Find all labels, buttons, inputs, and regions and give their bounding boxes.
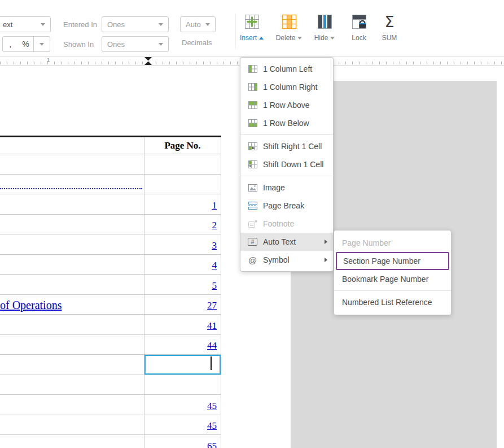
comma-format-button[interactable]: ,	[3, 37, 18, 51]
page-number-cell[interactable]: 1	[144, 194, 221, 214]
page-no-header: Page No.	[164, 140, 200, 151]
page-number-link[interactable]: 45	[207, 401, 217, 412]
menu-item-shift-down-1-cell[interactable]: Shift Down 1 Cell	[240, 155, 333, 173]
toc-entry-cell[interactable]	[0, 375, 144, 395]
menu-item-1-row-above[interactable]: 1 Row Above	[240, 96, 333, 114]
menu-item-label: Shift Down 1 Cell	[263, 160, 323, 169]
page-number-link[interactable]: 3	[212, 240, 217, 251]
toc-entry-cell[interactable]	[0, 215, 144, 234]
menu-item-label: Auto Text	[263, 237, 296, 246]
submenu-item-numbered-list-reference[interactable]: Numbered List Reference	[334, 293, 451, 311]
page-number-cell[interactable]: 2	[144, 215, 221, 234]
page-number-link[interactable]: 41	[207, 320, 217, 332]
auto-text-icon: #	[247, 238, 258, 246]
table-row: 65	[0, 435, 221, 448]
toc-entry-cell[interactable]	[0, 415, 144, 435]
toc-entry-cell[interactable]	[0, 175, 144, 194]
page-number-cell[interactable]	[144, 154, 221, 174]
menu-item-1-column-left[interactable]: 1 Column Left	[240, 60, 333, 78]
ruler-indent-marker[interactable]	[144, 57, 152, 67]
toc-entry-cell[interactable]	[0, 275, 144, 294]
text-style-dropdown[interactable]: ext	[0, 16, 51, 32]
decimals-auto-dropdown[interactable]: Auto	[180, 16, 216, 32]
toc-entry-cell[interactable]	[0, 315, 144, 334]
sigma-icon: Σ	[384, 12, 394, 31]
toc-entry-cell[interactable]: of Operations	[0, 295, 144, 315]
page-number-link[interactable]: 2	[212, 220, 217, 231]
table-row: 2	[0, 215, 221, 235]
shown-in-label: Shown In	[63, 40, 94, 49]
toc-header-left-cell[interactable]	[0, 137, 144, 154]
insert-row-below-icon	[247, 119, 258, 127]
delete-button[interactable]: Delete	[274, 12, 304, 42]
page-number-cell[interactable]	[144, 375, 221, 395]
insert-button[interactable]: Insert	[238, 12, 265, 42]
menu-item-page-break[interactable]: Page Break	[240, 197, 333, 215]
page-number-link[interactable]: 27	[207, 300, 217, 311]
toc-entry-cell[interactable]	[0, 255, 144, 275]
page-number-link[interactable]: 4	[212, 260, 217, 271]
page-number-cell[interactable]: 45	[144, 415, 221, 435]
shift-right-cell-icon	[247, 142, 258, 150]
page-number-link[interactable]: 1	[212, 200, 217, 211]
hide-button[interactable]: Hide	[312, 12, 338, 42]
submenu-item-page-number: Page Number	[334, 234, 451, 252]
submenu-arrow-icon	[325, 240, 327, 244]
menu-item-auto-text[interactable]: # Auto Text	[240, 233, 333, 251]
toc-entry-cell[interactable]	[0, 335, 144, 355]
page-number-cell[interactable]: 3	[144, 234, 221, 254]
menu-item-1-row-below[interactable]: 1 Row Below	[240, 114, 333, 132]
toc-entry-cell[interactable]	[0, 355, 144, 375]
submenu-item-label: Section Page Number	[343, 256, 420, 266]
menu-item-shift-right-1-cell[interactable]: Shift Right 1 Cell	[240, 137, 333, 155]
selected-page-number-cell[interactable]	[144, 355, 221, 375]
chevron-down-icon	[205, 23, 210, 26]
number-format-dropdown-button[interactable]	[33, 37, 50, 51]
menu-item-label: 1 Column Right	[263, 82, 318, 92]
entered-in-dropdown[interactable]: Ones	[102, 16, 169, 32]
toolbar-separator	[235, 14, 236, 49]
toc-entry-cell[interactable]	[0, 154, 144, 174]
menu-item-image[interactable]: Image	[240, 179, 333, 197]
page-no-header-cell[interactable]: Page No.	[144, 137, 221, 154]
table-row: 5	[0, 275, 221, 295]
menu-item-label: 1 Row Above	[263, 101, 310, 110]
insert-dropdown-menu: 1 Column Left 1 Column Right 1 Row Above	[240, 57, 334, 272]
menu-separator	[334, 290, 451, 291]
menu-item-label: Footnote	[263, 219, 294, 228]
page-number-cell[interactable]: 27	[144, 295, 221, 315]
page-number-link[interactable]: 44	[207, 340, 217, 351]
page-number-link[interactable]: 5	[212, 280, 217, 292]
page-number-cell[interactable]: 45	[144, 395, 221, 415]
menu-item-label: Page Break	[263, 201, 304, 210]
toc-entry-cell[interactable]	[0, 435, 144, 448]
submenu-item-bookmark-page-number[interactable]: Bookmark Page Number	[334, 270, 451, 288]
auto-text-submenu: Page Number Section Page Number Bookmark…	[334, 230, 452, 315]
menu-item-label: Symbol	[263, 255, 290, 264]
toc-entry-cell[interactable]	[0, 194, 144, 214]
page-number-link[interactable]: 45	[207, 420, 217, 432]
footnote-icon	[247, 220, 258, 228]
toc-entry-cell[interactable]	[0, 234, 144, 254]
sum-button[interactable]: Σ SUM	[377, 12, 402, 42]
menu-item-1-column-right[interactable]: 1 Column Right	[240, 78, 333, 96]
scrollbar-track[interactable]	[497, 67, 504, 448]
page-number-cell[interactable]: 4	[144, 255, 221, 275]
ruler-number: 1	[47, 57, 50, 63]
menu-item-symbol[interactable]: @ Symbol	[240, 251, 333, 269]
submenu-item-section-page-number[interactable]: Section Page Number	[336, 252, 449, 270]
sum-button-label: SUM	[382, 34, 397, 42]
shown-in-dropdown[interactable]: Ones	[102, 36, 169, 52]
page-number-cell[interactable]: 5	[144, 275, 221, 294]
app-root: ext Entered In Ones Auto , % Shown In On…	[0, 0, 504, 448]
toc-entry-link[interactable]: of Operations	[0, 299, 62, 312]
menu-item-label: 1 Row Below	[263, 119, 309, 128]
toc-entry-cell[interactable]	[0, 395, 144, 415]
page-number-link[interactable]: 65	[207, 441, 217, 448]
lock-button[interactable]: Lock	[347, 12, 371, 42]
page-number-cell[interactable]: 41	[144, 315, 221, 334]
page-number-cell[interactable]: 44	[144, 335, 221, 355]
page-number-cell[interactable]: 65	[144, 435, 221, 448]
page-number-cell[interactable]	[144, 175, 221, 194]
percent-format-button[interactable]: %	[18, 37, 33, 51]
